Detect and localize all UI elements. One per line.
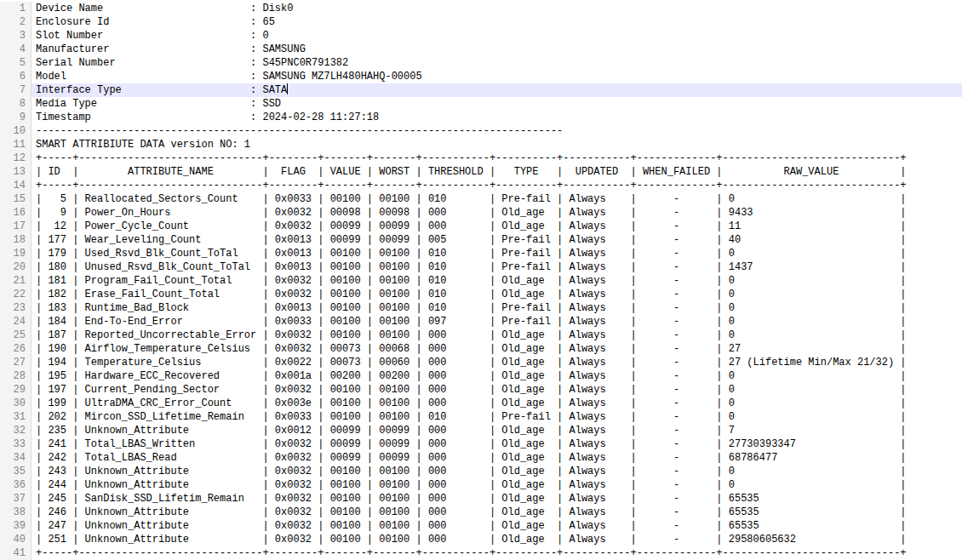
editor-line[interactable]: 26| 190 | Airflow_Temperature_Celsius | …	[0, 342, 962, 356]
editor-line[interactable]: 16| 9 | Power_On_Hours | 0x0032 | 00098 …	[0, 206, 962, 220]
line-text: | 12 | Power_Cycle_Count | 0x0032 | 0009…	[31, 220, 962, 233]
line-number: 14	[0, 179, 31, 192]
editor-line[interactable]: 11SMART ATTRIBIUTE DATA version NO: 1	[0, 138, 962, 151]
line-number: 6	[0, 70, 31, 83]
line-text: | 190 | Airflow_Temperature_Celsius | 0x…	[31, 342, 962, 356]
editor-line[interactable]: 25| 187 | Reported_Uncorrectable_Error |…	[0, 329, 962, 342]
editor-line[interactable]: 15| 5 | Reallocated_Sectors_Count | 0x00…	[0, 192, 962, 206]
editor-line[interactable]: 31| 202 | Mircon_SSD_Lifetime_Remain | 0…	[0, 410, 962, 424]
editor-line[interactable]: 23| 183 | Runtime_Bad_Block | 0x0013 | 0…	[0, 301, 962, 315]
editor-line[interactable]: 32| 235 | Unknown_Attribute | 0x0012 | 0…	[0, 424, 962, 437]
line-text: | 242 | Total_LBAS_Read | 0x0032 | 00099…	[31, 451, 962, 465]
line-number: 35	[0, 465, 31, 478]
line-number: 19	[0, 247, 31, 260]
editor-line[interactable]: 7Interface Type : SATA	[0, 83, 962, 97]
line-number: 5	[0, 56, 31, 70]
editor-line[interactable]: 22| 182 | Erase_Fail_Count_Total | 0x003…	[0, 288, 962, 301]
line-text: | 241 | Total_LBAS_Written | 0x0032 | 00…	[31, 437, 962, 451]
editor-line[interactable]: 17| 12 | Power_Cycle_Count | 0x0032 | 00…	[0, 220, 962, 233]
editor-line[interactable]: 18| 177 | Wear_Leveling_Count | 0x0013 |…	[0, 233, 962, 247]
line-text: | 251 | Unknown_Attribute | 0x0032 | 001…	[31, 533, 962, 546]
line-number: 41	[0, 546, 31, 560]
editor-line[interactable]: 3Slot Number : 0	[0, 29, 962, 43]
line-text: Device Name : Disk0	[31, 2, 962, 15]
editor-line[interactable]: 35| 243 | Unknown_Attribute | 0x0032 | 0…	[0, 465, 962, 478]
line-text: | 202 | Mircon_SSD_Lifetime_Remain | 0x0…	[31, 410, 962, 424]
line-text: | 5 | Reallocated_Sectors_Count | 0x0033…	[31, 192, 962, 206]
editor-line[interactable]: 21| 181 | Program_Fail_Count_Total | 0x0…	[0, 274, 962, 288]
editor-line[interactable]: 10--------------------------------------…	[0, 124, 962, 138]
line-number: 40	[0, 533, 31, 546]
line-text: +-----+------------------------------+--…	[31, 546, 962, 560]
line-text: | 183 | Runtime_Bad_Block | 0x0013 | 001…	[31, 301, 962, 315]
editor-line[interactable]: 41+-----+------------------------------+…	[0, 546, 962, 560]
line-number: 20	[0, 260, 31, 274]
line-number: 2	[0, 15, 31, 29]
line-number: 34	[0, 451, 31, 465]
line-number: 16	[0, 206, 31, 220]
line-number: 15	[0, 192, 31, 206]
editor-line[interactable]: 40| 251 | Unknown_Attribute | 0x0032 | 0…	[0, 533, 962, 546]
line-text: | 243 | Unknown_Attribute | 0x0032 | 001…	[31, 465, 962, 478]
line-text: | ID | ATTRIBUTE_NAME | FLAG | VALUE | W…	[31, 165, 962, 179]
editor-line[interactable]: 38| 246 | Unknown_Attribute | 0x0032 | 0…	[0, 506, 962, 519]
editor-line[interactable]: 13| ID | ATTRIBUTE_NAME | FLAG | VALUE |…	[0, 165, 962, 179]
line-number: 1	[0, 2, 31, 15]
line-number: 25	[0, 329, 31, 342]
editor-line[interactable]: 5Serial Number : S45PNC0R791382	[0, 56, 962, 70]
line-number: 32	[0, 424, 31, 437]
editor-line[interactable]: 28| 195 | Hardware_ECC_Recovered | 0x001…	[0, 369, 962, 383]
editor-line[interactable]: 36| 244 | Unknown_Attribute | 0x0032 | 0…	[0, 478, 962, 492]
editor-line[interactable]: 27| 194 | Temperature_Celsius | 0x0022 |…	[0, 356, 962, 369]
editor-line[interactable]: 37| 245 | SanDisk_SSD_Lifetim_Remain | 0…	[0, 492, 962, 506]
line-text: | 199 | UltraDMA_CRC_Error_Count | 0x003…	[31, 397, 962, 410]
line-number: 27	[0, 356, 31, 369]
line-text: Manufacturer : SAMSUNG	[31, 43, 962, 56]
editor-line[interactable]: 6Model : SAMSUNG MZ7LH480HAHQ-00005	[0, 70, 962, 83]
line-text: | 247 | Unknown_Attribute | 0x0032 | 001…	[31, 519, 962, 533]
line-number: 37	[0, 492, 31, 506]
line-number: 13	[0, 165, 31, 179]
editor-line[interactable]: 19| 179 | Used_Rsvd_Blk_Count_ToTal | 0x…	[0, 247, 962, 260]
line-number: 31	[0, 410, 31, 424]
line-number: 30	[0, 397, 31, 410]
line-number: 3	[0, 29, 31, 43]
line-text: Slot Number : 0	[31, 29, 962, 43]
editor-line[interactable]: 9Timestamp : 2024-02-28 11:27:18	[0, 111, 962, 124]
editor-line[interactable]: 39| 247 | Unknown_Attribute | 0x0032 | 0…	[0, 519, 962, 533]
line-text: | 177 | Wear_Leveling_Count | 0x0013 | 0…	[31, 233, 962, 247]
editor-line[interactable]: 29| 197 | Current_Pending_Sector | 0x003…	[0, 383, 962, 397]
editor-line[interactable]: 12+-----+------------------------------+…	[0, 151, 962, 165]
editor-line[interactable]: 20| 180 | Unused_Rsvd_Blk_Count_ToTal | …	[0, 260, 962, 274]
line-text: ----------------------------------------…	[31, 124, 962, 138]
editor-line[interactable]: 34| 242 | Total_LBAS_Read | 0x0032 | 000…	[0, 451, 962, 465]
line-number: 18	[0, 233, 31, 247]
editor-line[interactable]: 8Media Type : SSD	[0, 97, 962, 111]
line-number: 33	[0, 437, 31, 451]
editor-line[interactable]: 24| 184 | End-To-End_Error | 0x0033 | 00…	[0, 315, 962, 329]
editor-line[interactable]: 1Device Name : Disk0	[0, 2, 962, 15]
editor-line[interactable]: 33| 241 | Total_LBAS_Written | 0x0032 | …	[0, 437, 962, 451]
line-text: | 235 | Unknown_Attribute | 0x0012 | 000…	[31, 424, 962, 437]
line-number: 22	[0, 288, 31, 301]
line-text: Serial Number : S45PNC0R791382	[31, 56, 962, 70]
line-number: 39	[0, 519, 31, 533]
line-text: | 182 | Erase_Fail_Count_Total | 0x0032 …	[31, 288, 962, 301]
line-number: 17	[0, 220, 31, 233]
line-number: 21	[0, 274, 31, 288]
line-text: | 246 | Unknown_Attribute | 0x0032 | 001…	[31, 506, 962, 519]
editor-code-area[interactable]: 1Device Name : Disk02Enclosure Id : 653S…	[0, 2, 962, 560]
line-text: SMART ATTRIBIUTE DATA version NO: 1	[31, 138, 962, 151]
editor-line[interactable]: 30| 199 | UltraDMA_CRC_Error_Count | 0x0…	[0, 397, 962, 410]
text-editor[interactable]: 1Device Name : Disk02Enclosure Id : 653S…	[0, 0, 962, 560]
editor-line[interactable]: 4Manufacturer : SAMSUNG	[0, 43, 962, 56]
editor-line[interactable]: 14+-----+------------------------------+…	[0, 179, 962, 192]
line-number: 4	[0, 43, 31, 56]
line-text: | 181 | Program_Fail_Count_Total | 0x003…	[31, 274, 962, 288]
line-text: +-----+------------------------------+--…	[31, 151, 962, 165]
line-number: 11	[0, 138, 31, 151]
line-number: 23	[0, 301, 31, 315]
line-text: Interface Type : SATA	[31, 83, 962, 97]
editor-line[interactable]: 2Enclosure Id : 65	[0, 15, 962, 29]
line-text: | 9 | Power_On_Hours | 0x0032 | 00098 | …	[31, 206, 962, 220]
